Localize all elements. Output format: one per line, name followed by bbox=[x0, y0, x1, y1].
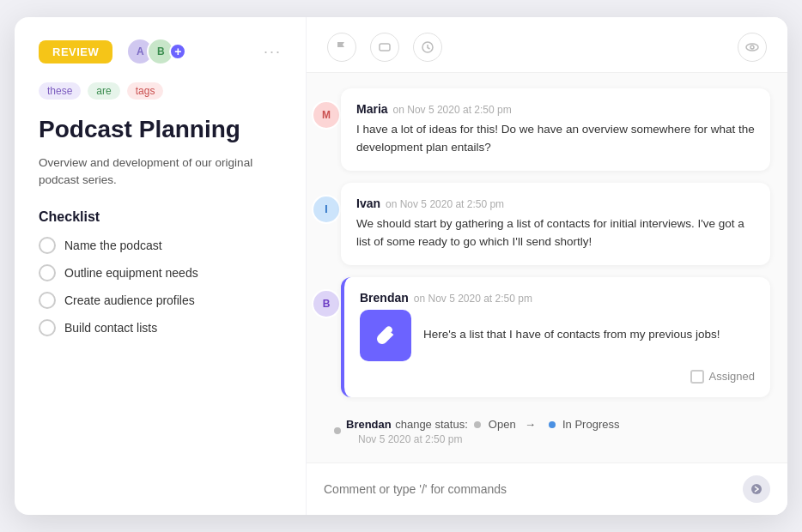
checklist-item-label: Create audience profiles bbox=[64, 293, 195, 307]
message-card-ivan: Ivan on Nov 5 2020 at 2:50 pm We should … bbox=[341, 183, 770, 265]
right-top-bar bbox=[307, 17, 787, 73]
card-icon-button[interactable] bbox=[370, 33, 399, 62]
eye-icon-button-container bbox=[738, 33, 767, 62]
tag-tags[interactable]: tags bbox=[127, 82, 164, 100]
status-change-row: Brendan change status: Open → In Progres… bbox=[324, 409, 770, 452]
review-button[interactable]: REVIEW bbox=[39, 40, 112, 63]
status-dot-from bbox=[474, 421, 481, 428]
left-panel: REVIEW A B + ··· these are tags Podcast … bbox=[15, 17, 307, 515]
avatar-brendan: B bbox=[312, 289, 341, 318]
avatar-ivan: I bbox=[312, 195, 341, 224]
message-wrapper-brendan: B Brendan on Nov 5 2020 at 2:50 pm Here'… bbox=[324, 277, 770, 397]
msg-time-ivan: on Nov 5 2020 at 2:50 pm bbox=[386, 198, 504, 210]
msg-author-ivan: Ivan bbox=[356, 196, 380, 210]
checklist-item: Name the podcast bbox=[39, 237, 282, 254]
msg-header-brendan: Brendan on Nov 5 2020 at 2:50 pm bbox=[360, 291, 755, 305]
checkbox-1[interactable] bbox=[39, 237, 56, 254]
comment-input[interactable] bbox=[324, 482, 734, 496]
checklist-item: Build contact lists bbox=[39, 319, 282, 336]
send-button[interactable] bbox=[743, 475, 770, 503]
app-container: REVIEW A B + ··· these are tags Podcast … bbox=[15, 17, 787, 515]
tags-row: these are tags bbox=[39, 82, 282, 100]
msg-header-ivan: Ivan on Nov 5 2020 at 2:50 pm bbox=[356, 196, 755, 210]
msg-header-maria: Maria on Nov 5 2020 at 2:50 pm bbox=[356, 102, 755, 116]
msg-assign-row-brendan: Assigned bbox=[360, 370, 755, 384]
eye-icon-button[interactable] bbox=[738, 33, 767, 62]
msg-text-brendan: Here's a list that I have of contacts fr… bbox=[423, 326, 720, 344]
status-text: change status: bbox=[395, 418, 471, 431]
status-from: Open bbox=[489, 418, 516, 431]
status-change-content: Brendan change status: Open → In Progres… bbox=[346, 416, 619, 445]
add-member-button[interactable]: + bbox=[169, 43, 186, 60]
checklist-item: Create audience profiles bbox=[39, 292, 282, 309]
checklist-label: Checklist bbox=[39, 209, 282, 225]
msg-text-ivan: We should start by gathering a list of c… bbox=[356, 215, 755, 251]
checklist-item-label: Outline equipment needs bbox=[64, 266, 198, 280]
msg-author-maria: Maria bbox=[356, 102, 388, 116]
status-dot-open bbox=[334, 427, 341, 434]
page-title: Podcast Planning bbox=[39, 115, 282, 144]
status-time: Nov 5 2020 at 2:50 pm bbox=[358, 433, 619, 445]
avatar-group: A B + bbox=[126, 38, 186, 65]
msg-author-brendan: Brendan bbox=[360, 291, 409, 305]
clock-icon-button[interactable] bbox=[413, 33, 442, 62]
status-to: In Progress bbox=[562, 418, 619, 431]
checklist-item: Outline equipment needs bbox=[39, 264, 282, 281]
checklist-item-label: Name the podcast bbox=[64, 239, 162, 252]
svg-rect-0 bbox=[380, 44, 390, 51]
message-card-brendan: Brendan on Nov 5 2020 at 2:50 pm Here's … bbox=[341, 277, 770, 397]
assign-label-brendan: Assigned bbox=[709, 370, 755, 383]
msg-content-row-brendan: Here's a list that I have of contacts fr… bbox=[360, 310, 755, 361]
messages-area: M Maria on Nov 5 2020 at 2:50 pm I have … bbox=[307, 73, 787, 462]
svg-point-3 bbox=[750, 45, 754, 49]
message-wrapper-maria: M Maria on Nov 5 2020 at 2:50 pm I have … bbox=[324, 88, 770, 171]
top-bar: REVIEW A B + ··· bbox=[39, 38, 282, 65]
checkbox-2[interactable] bbox=[39, 264, 56, 281]
tag-these[interactable]: these bbox=[39, 82, 81, 100]
tag-are[interactable]: are bbox=[88, 82, 119, 100]
checklist-item-label: Build contact lists bbox=[64, 321, 157, 335]
right-panel: M Maria on Nov 5 2020 at 2:50 pm I have … bbox=[307, 17, 787, 515]
msg-time-maria: on Nov 5 2020 at 2:50 pm bbox=[393, 104, 512, 116]
comment-bar bbox=[307, 462, 787, 515]
checklist: Name the podcast Outline equipment needs… bbox=[39, 237, 282, 336]
status-arrow: → bbox=[525, 418, 536, 431]
message-card-maria: Maria on Nov 5 2020 at 2:50 pm I have a … bbox=[341, 88, 770, 171]
flag-icon-button[interactable] bbox=[327, 33, 356, 62]
avatar-maria: M bbox=[312, 100, 341, 130]
more-options-button[interactable]: ··· bbox=[264, 43, 282, 61]
page-description: Overview and development of our original… bbox=[39, 154, 282, 190]
svg-point-2 bbox=[746, 44, 758, 51]
message-wrapper-ivan: I Ivan on Nov 5 2020 at 2:50 pm We shoul… bbox=[324, 183, 770, 265]
status-dot-to bbox=[549, 421, 556, 428]
checkbox-3[interactable] bbox=[39, 292, 56, 309]
svg-point-4 bbox=[751, 484, 762, 494]
status-author: Brendan bbox=[346, 418, 392, 431]
assign-checkbox-brendan[interactable] bbox=[690, 370, 704, 384]
msg-text-maria: I have a lot of ideas for this! Do we ha… bbox=[356, 121, 755, 157]
msg-time-brendan: on Nov 5 2020 at 2:50 pm bbox=[414, 293, 532, 305]
attachment-thumb-brendan[interactable] bbox=[360, 310, 411, 361]
checkbox-4[interactable] bbox=[39, 319, 56, 336]
